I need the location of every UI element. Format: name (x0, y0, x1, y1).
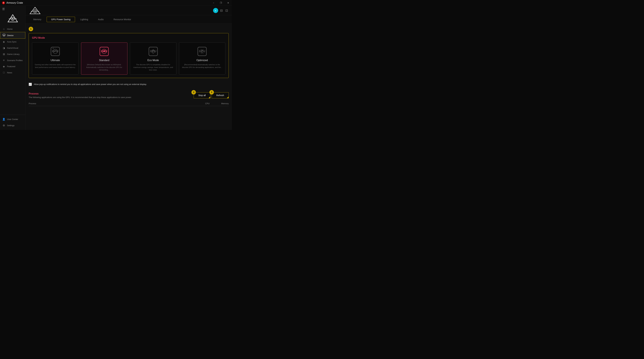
svg-point-20 (103, 51, 105, 52)
gpu-mode-optimized[interactable]: GPU Optimized [Recommended] Automaticall… (179, 42, 226, 75)
eco-mode-name: Eco Mode (148, 59, 159, 62)
main-content: 1 GPU Mode GPU Ultimate Gaming and o (26, 23, 232, 130)
col-header-process: Process (29, 102, 190, 105)
close-button[interactable]: ✕ (224, 0, 232, 6)
sidebar-item-label-gamevisual: GameVisual (7, 47, 18, 49)
stop-all-corner-decoration (208, 96, 210, 98)
process-actions: 2 Stop all 3 Refresh (194, 92, 229, 98)
sidebar-item-user-center[interactable]: 👤 User Center (0, 116, 25, 122)
optimized-mode-name: Optimized (196, 59, 208, 62)
header-logo (29, 6, 42, 14)
panel-toggle-icon[interactable]: ⊟ (220, 8, 224, 13)
ultimate-mode-desc: Gaming and other intensive tasks will ex… (35, 63, 76, 69)
gpu-modes-grid: GPU Ultimate Gaming and other intensive … (32, 42, 225, 75)
stop-all-button[interactable]: Stop all (194, 92, 210, 98)
rog-logo (0, 12, 25, 26)
svg-text:R: R (3, 2, 4, 4)
app-title: Armoury Crate (6, 1, 23, 4)
step-1-badge: 1 (29, 27, 33, 31)
sidebar-item-game-library[interactable]: ⊞ Game Library (0, 51, 25, 57)
user-avatar[interactable]: c (213, 8, 218, 13)
window-controls: − ❐ ✕ (210, 0, 232, 6)
settings-icon: ⚙ (2, 124, 6, 127)
sidebar-item-label-user-center: User Center (7, 118, 18, 120)
col-header-memory: Memory (210, 102, 229, 105)
content-header: c ⊟ ⊡ (26, 6, 232, 15)
sidebar-item-label-news: News (7, 71, 12, 74)
rog-logo-icon (7, 14, 18, 23)
app-logo-icon: R (2, 1, 5, 4)
sidebar-item-news[interactable]: □ News (0, 69, 25, 76)
sidebar-item-label-settings: Settings (7, 124, 14, 127)
svg-rect-8 (3, 36, 4, 36)
aura-sync-icon: ◈ (2, 40, 6, 43)
minimize-button[interactable]: − (210, 0, 217, 6)
tab-gpu-power-saving[interactable]: GPU Power Saving (47, 17, 75, 22)
sidebar-bottom: 👤 User Center ⚙ Settings (0, 115, 25, 130)
notification-checkbox[interactable]: ✓ (29, 83, 32, 86)
gpu-mode-eco[interactable]: GPU Eco Mode The discrete GPU is complet… (130, 42, 176, 75)
hamburger-menu-button[interactable]: ☰ (0, 6, 25, 12)
svg-point-11 (34, 11, 36, 12)
news-icon: □ (2, 71, 6, 74)
tab-lighting[interactable]: Lighting (76, 17, 93, 22)
step-3-badge: 3 (210, 90, 214, 94)
gpu-standard-icon: GPU (98, 46, 110, 57)
process-title: Process (29, 92, 132, 95)
sidebar-nav: ⌂ Home Device ◈ Aura Sync ◑ GameVisual (0, 26, 25, 115)
gpu-eco-icon: GPU (148, 46, 159, 57)
content-area: c ⊟ ⊡ Memory GPU Power Saving Lighting A… (26, 6, 232, 130)
tabs-bar: Memory GPU Power Saving Lighting Audio R… (26, 15, 232, 23)
sidebar-item-device[interactable]: Device (0, 32, 25, 39)
gamevisual-icon: ◑ (2, 46, 6, 49)
sidebar-item-label-scenario-profiles: Scenario Profiles (7, 59, 22, 62)
process-description: The following applications are using the… (29, 96, 132, 98)
maximize-button[interactable]: ❐ (217, 0, 224, 6)
svg-rect-7 (3, 34, 5, 36)
sidebar-item-label-device: Device (7, 34, 14, 37)
gpu-mode-standard[interactable]: GPU Standard [Windows Default] Also know… (81, 42, 128, 75)
sidebar-item-gamevisual[interactable]: ◑ GameVisual (0, 45, 25, 51)
process-table: Process CPU Memory (29, 101, 229, 106)
header-right: c ⊟ ⊡ (213, 8, 229, 13)
gpu-ultimate-icon: GPU (50, 46, 61, 57)
refresh-corner-decoration (227, 96, 229, 98)
refresh-wrapper: 3 Refresh (212, 92, 229, 98)
sidebar-item-settings[interactable]: ⚙ Settings (0, 122, 25, 129)
svg-text:GPU: GPU (150, 50, 156, 53)
user-center-icon: 👤 (2, 118, 6, 121)
titlebar: R Armoury Crate − ❐ ✕ (0, 0, 232, 6)
rog-header-logo-icon (29, 6, 42, 14)
sidebar-item-home[interactable]: ⌂ Home (0, 26, 25, 32)
featured-icon: ◈ (2, 65, 6, 68)
standard-mode-desc: [Windows Default] Also known as MSHybrid… (84, 63, 125, 71)
sidebar-item-label-home: Home (7, 28, 12, 30)
sidebar-item-aura-sync[interactable]: ◈ Aura Sync (0, 39, 25, 45)
sidebar: ☰ ⌂ Home (0, 6, 26, 130)
device-icon (2, 34, 6, 37)
checkmark-icon: ✓ (29, 83, 31, 86)
step-2-badge: 2 (192, 90, 196, 94)
svg-point-4 (12, 18, 14, 19)
notification-checkbox-row: ✓ Allow pop-up notifications to remind y… (29, 81, 229, 87)
optimized-mode-desc: [Recommended] Automatically switches to … (182, 63, 223, 69)
ultimate-mode-name: Ultimate (50, 59, 60, 62)
gpu-mode-ultimate[interactable]: GPU Ultimate Gaming and other intensive … (32, 42, 78, 75)
panel-view-icon[interactable]: ⊡ (225, 8, 229, 13)
home-icon: ⌂ (2, 27, 6, 30)
process-table-header: Process CPU Memory (29, 101, 229, 106)
tab-audio[interactable]: Audio (93, 17, 108, 22)
stop-all-wrapper: 2 Stop all (194, 92, 210, 98)
tab-memory[interactable]: Memory (29, 17, 46, 22)
col-header-cpu: CPU (190, 102, 210, 105)
sidebar-item-scenario-profiles[interactable]: ≡ Scenario Profiles (0, 57, 25, 63)
tab-resource-monitor[interactable]: Resource Monitor (109, 17, 136, 22)
sidebar-item-featured[interactable]: ◈ Featured (0, 63, 25, 69)
sidebar-item-label-aura-sync: Aura Sync (7, 40, 16, 43)
app-body: ☰ ⌂ Home (0, 6, 232, 130)
game-library-icon: ⊞ (2, 53, 6, 56)
notification-label: Allow pop-up notifications to remind you… (34, 83, 147, 85)
refresh-button[interactable]: Refresh (212, 92, 229, 98)
process-section-header: Process The following applications are u… (29, 92, 229, 98)
standard-mode-name: Standard (99, 59, 110, 62)
